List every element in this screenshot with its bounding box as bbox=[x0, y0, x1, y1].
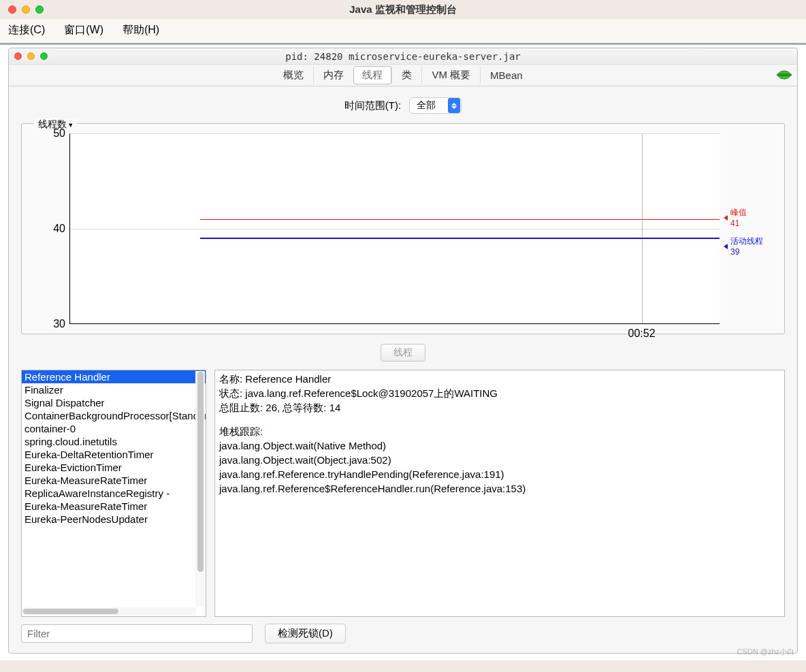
stack-frame: java.lang.ref.Reference$ReferenceHandler… bbox=[219, 481, 780, 496]
stack-frame: java.lang.ref.Reference.tryHandlePending… bbox=[219, 467, 780, 481]
filter-input[interactable] bbox=[21, 624, 253, 643]
stack-frame: java.lang.Object.wait(Native Method) bbox=[219, 438, 780, 453]
legend-item: 活动线程39 bbox=[724, 236, 763, 257]
time-range-label: 时间范围(T): bbox=[344, 99, 401, 112]
tab-0[interactable]: 概览 bbox=[274, 66, 313, 84]
thread-list[interactable]: Reference HandlerFinalizerSignal Dispatc… bbox=[21, 370, 206, 617]
stack-frame: java.lang.Object.wait(Object.java:502) bbox=[219, 453, 780, 467]
svg-rect-1 bbox=[777, 74, 792, 76]
thread-list-item[interactable]: Eureka-DeltaRetentionTimer bbox=[22, 448, 206, 461]
close-button[interactable] bbox=[8, 5, 16, 14]
y-tick: 30 bbox=[53, 318, 65, 330]
y-tick: 40 bbox=[53, 223, 65, 235]
x-tick: 00:52 bbox=[628, 327, 655, 340]
detail-counts: 总阻止数: 26, 总等待数: 14 bbox=[219, 400, 780, 415]
inner-zoom-button[interactable] bbox=[40, 52, 48, 60]
thread-list-item[interactable]: Finalizer bbox=[22, 383, 206, 396]
window-title: Java 监视和管理控制台 bbox=[0, 3, 806, 16]
detail-state: 状态: java.lang.ref.Reference$Lock@3190205… bbox=[219, 386, 780, 400]
tab-bar: 概览内存线程类VM 概要MBean bbox=[9, 65, 797, 86]
tab-2[interactable]: 线程 bbox=[353, 66, 391, 84]
inner-window-title: pid: 24820 microservice-eureka-server.ja… bbox=[9, 51, 797, 62]
minimize-button[interactable] bbox=[22, 5, 30, 14]
menu-connect[interactable]: 连接(C) bbox=[8, 23, 45, 37]
tab-4[interactable]: VM 概要 bbox=[421, 66, 480, 84]
detect-deadlock-button[interactable]: 检测死锁(D) bbox=[265, 624, 346, 643]
thread-chart-panel: 线程数 30405000:52峰值41活动线程39 bbox=[21, 123, 785, 334]
thread-list-item[interactable]: Eureka-MeasureRateTimer bbox=[22, 474, 206, 487]
connection-status-icon bbox=[777, 69, 792, 81]
tab-5[interactable]: MBean bbox=[480, 67, 532, 84]
time-range-value: 全部 bbox=[410, 99, 448, 112]
chart-plot: 00:52 bbox=[69, 133, 720, 324]
menu-bar: 连接(C) 窗口(W) 帮助(H) bbox=[0, 19, 806, 44]
watermark: CSDN @zhz小白 bbox=[737, 647, 794, 657]
thread-list-item[interactable]: spring.cloud.inetutils bbox=[22, 435, 206, 448]
thread-list-item[interactable]: Eureka-PeerNodesUpdater bbox=[22, 513, 206, 526]
thread-list-item[interactable]: ReplicaAwareInstanceRegistry - bbox=[22, 487, 206, 500]
detail-name: 名称: Reference Handler bbox=[219, 372, 780, 386]
tab-3[interactable]: 类 bbox=[391, 66, 421, 84]
thread-list-item[interactable]: Reference Handler bbox=[22, 370, 206, 383]
thread-list-item[interactable]: container-0 bbox=[22, 422, 206, 435]
legend-item: 峰值41 bbox=[724, 207, 747, 228]
zoom-button[interactable] bbox=[35, 5, 44, 14]
scrollbar-horizontal[interactable] bbox=[22, 607, 196, 615]
outer-title-bar: Java 监视和管理控制台 bbox=[0, 0, 806, 19]
detail-trace-label: 堆栈跟踪: bbox=[219, 424, 780, 438]
select-arrows-icon bbox=[448, 98, 460, 113]
thread-list-item[interactable]: Signal Dispatcher bbox=[22, 396, 206, 409]
tab-1[interactable]: 内存 bbox=[313, 66, 353, 84]
menu-window[interactable]: 窗口(W) bbox=[64, 23, 103, 37]
thread-list-item[interactable]: ContainerBackgroundProcessor[StandardEng… bbox=[22, 409, 206, 422]
thread-detail-pane: 名称: Reference Handler状态: java.lang.ref.R… bbox=[214, 370, 785, 617]
y-tick: 50 bbox=[53, 127, 65, 140]
scrollbar-vertical[interactable] bbox=[195, 371, 205, 607]
thread-list-item[interactable]: Eureka-MeasureRateTimer bbox=[22, 500, 206, 513]
inner-minimize-button[interactable] bbox=[27, 52, 35, 60]
time-range-select[interactable]: 全部 bbox=[409, 97, 462, 114]
thread-button[interactable]: 线程 bbox=[381, 344, 425, 362]
thread-list-item[interactable]: Eureka-EvictionTimer bbox=[22, 461, 206, 474]
inner-title-bar: pid: 24820 microservice-eureka-server.ja… bbox=[9, 48, 797, 65]
inner-close-button[interactable] bbox=[14, 52, 22, 60]
menu-help[interactable]: 帮助(H) bbox=[123, 23, 159, 37]
